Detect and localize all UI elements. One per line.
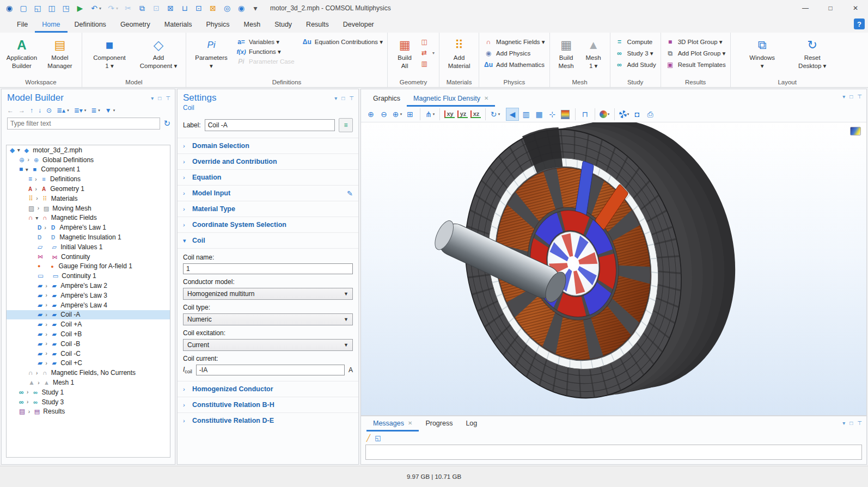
nav-back-button[interactable]: ←: [7, 107, 14, 114]
refresh-icon[interactable]: ↻: [163, 119, 170, 128]
model-tree-node-text-button[interactable]: ≣ ▾: [91, 107, 100, 114]
expander-icon[interactable]: ›: [24, 399, 32, 405]
float-panel-icon[interactable]: □: [341, 95, 345, 101]
delete-button[interactable]: ⊔: [179, 2, 191, 15]
filter-button[interactable]: ▼ ▾: [105, 107, 115, 114]
expander-icon[interactable]: ›: [42, 302, 50, 308]
tree-item[interactable]: ▾ Magnetic Fields: [7, 213, 170, 223]
menu-item[interactable]: Mesh: [237, 16, 268, 33]
motor-3d-plot[interactable]: [361, 122, 866, 415]
new-file-button[interactable]: ▢: [17, 2, 29, 15]
tree-filter-input[interactable]: [7, 118, 160, 130]
menu-item[interactable]: Materials: [157, 16, 199, 33]
clear-selection-button[interactable]: ⊠: [207, 2, 219, 15]
open-in-window-button[interactable]: ◱: [375, 434, 381, 442]
graphics-tool[interactable]: ⊕: [365, 108, 377, 120]
edit-model-input-icon[interactable]: ✎: [347, 189, 353, 198]
menu-item[interactable]: Results: [299, 16, 336, 33]
panel-menu-icon[interactable]: ▾: [334, 95, 337, 101]
partition-button[interactable]: [419, 60, 435, 67]
tree-item[interactable]: › Results: [7, 407, 170, 417]
expander-icon[interactable]: ▾: [33, 215, 41, 221]
graphics-tool[interactable]: ⊓: [575, 108, 591, 120]
nav-forward-button[interactable]: →: [19, 107, 25, 114]
menu-item[interactable]: Developer: [336, 16, 381, 33]
tree-item[interactable]: › Ampère's Law 2: [7, 281, 170, 291]
cut-button[interactable]: ✂: [122, 2, 134, 15]
tree-item[interactable]: Magnetic Insulation 1: [7, 232, 170, 242]
tree-item[interactable]: › Definitions: [7, 174, 170, 184]
graphics-tool[interactable]: [559, 108, 571, 120]
section-header[interactable]: › Constitutive Relation B-H: [178, 397, 358, 412]
graphics-tool[interactable]: ▦: [533, 108, 545, 120]
tree-item[interactable]: › Materials: [7, 194, 170, 204]
paste-button[interactable]: ⊡: [150, 2, 162, 15]
tree-item[interactable]: › Moving Mesh: [7, 204, 170, 213]
close-tab-icon[interactable]: ✕: [484, 95, 488, 101]
panel-menu-icon[interactable]: ▾: [151, 95, 154, 101]
tree-item[interactable]: Gauge Fixing for A-field 1: [7, 262, 170, 272]
tree-item[interactable]: › Coil +B: [7, 329, 170, 339]
comsol-logo-button[interactable]: ◉: [3, 2, 15, 15]
tree-item[interactable]: › Ampère's Law 4: [7, 300, 170, 310]
close-tab-icon[interactable]: ✕: [408, 420, 412, 426]
tree-item[interactable]: › Study 1: [7, 387, 170, 397]
component-1-button[interactable]: Component 1 ▾: [92, 36, 127, 70]
parameters-button[interactable]: Parameters ▾: [194, 36, 229, 70]
graphics-tool[interactable]: ⊞: [404, 108, 416, 120]
livelink-sync-button[interactable]: ▾: [419, 49, 435, 57]
coil-current-input[interactable]: [196, 365, 345, 375]
maximize-button-button[interactable]: □: [818, 0, 843, 16]
tree-item[interactable]: › Magnetic Fields, No Currents: [7, 368, 170, 378]
graphics-tool[interactable]: yz: [456, 108, 468, 120]
add-plot-group-button[interactable]: Add Plot Group ▾: [665, 50, 726, 57]
expander-icon[interactable]: ›: [33, 195, 41, 201]
clear-messages-button[interactable]: ╱: [366, 434, 370, 442]
expander-icon[interactable]: ›: [33, 370, 41, 376]
compute-button[interactable]: Compute: [615, 38, 656, 46]
study-3-button[interactable]: Study 3 ▾: [615, 50, 656, 57]
pin-panel-icon[interactable]: ⊤: [349, 95, 354, 101]
magnetic-fields-button[interactable]: Magnetic Fields ▾: [484, 38, 545, 46]
add-material-button[interactable]: Add Material: [444, 36, 474, 70]
expander-icon[interactable]: ›: [42, 322, 50, 328]
move-down-button[interactable]: ↓: [38, 107, 41, 114]
graphics-tool[interactable]: ⊖: [378, 108, 390, 120]
menu-item[interactable]: Home: [35, 16, 67, 33]
messages-tab[interactable]: Progress: [419, 415, 459, 431]
tree-item[interactable]: › Coil -A: [7, 310, 170, 320]
graphics-tool[interactable]: ⊕ ▾: [391, 108, 403, 120]
collapse-all-button[interactable]: ≣▴ ▾: [57, 107, 69, 114]
minimize-button-button[interactable]: —: [793, 0, 818, 16]
panel-menu-icon[interactable]: ▾: [842, 94, 845, 100]
add-mathematics-button[interactable]: Add Mathematics: [484, 61, 545, 69]
functions-button[interactable]: Functions ▾: [236, 48, 295, 56]
help-button[interactable]: ?: [854, 19, 865, 29]
section-header[interactable]: › Coordinate System Selection: [178, 217, 358, 232]
run-button[interactable]: ▶: [74, 2, 86, 15]
variables-button[interactable]: Variables ▾: [236, 38, 295, 46]
customize-toolbar-button[interactable]: ▾: [249, 2, 261, 15]
expander-icon[interactable]: ▾: [15, 147, 22, 153]
tree-item[interactable]: › Global Definitions: [7, 155, 170, 165]
parameter-case-button[interactable]: Parameter Case: [236, 58, 295, 65]
messages-tab[interactable]: Messages ✕: [366, 415, 419, 431]
tree-item[interactable]: › Coil -C: [7, 349, 170, 359]
tree-item[interactable]: › Coil +C: [7, 359, 170, 368]
graphics-tool[interactable]: xy: [439, 108, 455, 120]
expander-icon[interactable]: ›: [42, 312, 50, 318]
section-header[interactable]: › Equation: [178, 169, 358, 185]
redo-button[interactable]: ↷ ▾: [105, 2, 120, 15]
graphics-tool[interactable]: ▾: [614, 108, 630, 120]
graphics-tool[interactable]: ▥: [520, 108, 532, 120]
tree-item[interactable]: Continuity: [7, 252, 170, 262]
mesh-1-button[interactable]: Mesh 1 ▾: [582, 36, 606, 70]
graphics-tool[interactable]: ⋔ ▾: [420, 108, 436, 120]
tree-item[interactable]: Initial Values 1: [7, 242, 170, 252]
graphics-tool[interactable]: ⎙: [644, 108, 656, 120]
menu-item[interactable]: Study: [267, 16, 299, 33]
menu-item[interactable]: File: [10, 16, 35, 33]
expand-all-button[interactable]: ≣▾ ▾: [74, 107, 87, 114]
label-input[interactable]: [205, 119, 335, 131]
expander-icon[interactable]: ›: [32, 186, 40, 192]
